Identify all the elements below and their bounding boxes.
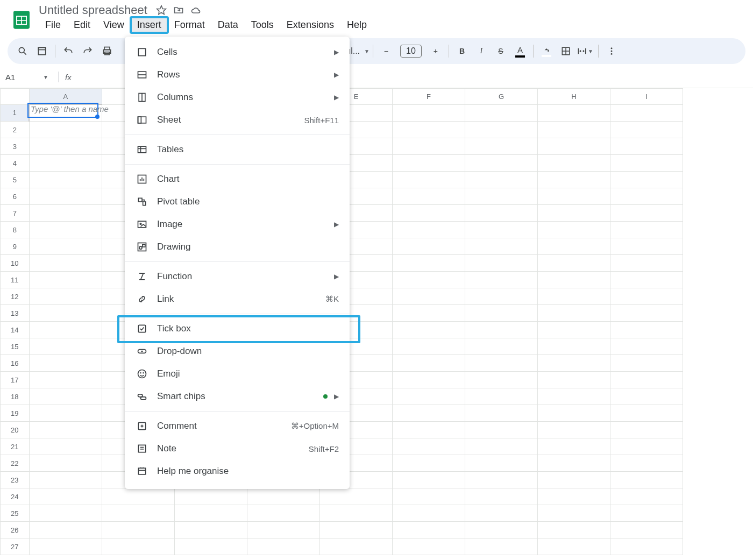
row-header[interactable]: 23 xyxy=(1,472,30,488)
insert-menu-tick-box[interactable]: Tick box xyxy=(125,317,350,340)
redo-icon[interactable] xyxy=(79,42,96,60)
cell[interactable] xyxy=(102,488,175,505)
column-header[interactable]: G xyxy=(465,89,538,105)
cell[interactable] xyxy=(610,422,683,438)
cell[interactable] xyxy=(175,522,247,538)
select-all-corner[interactable] xyxy=(1,89,30,105)
cell[interactable] xyxy=(538,205,610,222)
print-area-icon[interactable] xyxy=(33,42,51,60)
cell[interactable] xyxy=(465,205,538,222)
cell[interactable] xyxy=(610,272,683,288)
cell[interactable] xyxy=(610,538,683,555)
cell[interactable] xyxy=(465,488,538,505)
cell[interactable] xyxy=(247,538,320,555)
cell[interactable] xyxy=(538,405,610,422)
row-header[interactable]: 8 xyxy=(1,222,30,238)
cell[interactable] xyxy=(610,405,683,422)
cell[interactable] xyxy=(465,172,538,188)
cell[interactable] xyxy=(610,188,683,205)
row-header[interactable]: 16 xyxy=(1,355,30,372)
cell[interactable] xyxy=(102,505,175,522)
cell[interactable] xyxy=(29,472,102,488)
insert-menu-cells[interactable]: Cells▶ xyxy=(125,41,350,63)
cell[interactable] xyxy=(29,505,102,522)
insert-menu-link[interactable]: Link⌘K xyxy=(125,288,350,310)
row-header[interactable]: 1 xyxy=(1,104,30,122)
cell[interactable] xyxy=(538,538,610,555)
cell[interactable] xyxy=(393,155,465,172)
cell[interactable] xyxy=(175,538,247,555)
row-header[interactable]: 19 xyxy=(1,405,30,422)
cell[interactable] xyxy=(320,522,393,538)
cell[interactable] xyxy=(29,172,102,188)
cell[interactable] xyxy=(465,238,538,255)
row-header[interactable]: 17 xyxy=(1,372,30,388)
cell[interactable] xyxy=(538,322,610,338)
cell[interactable] xyxy=(29,305,102,322)
cell[interactable] xyxy=(29,338,102,355)
cell[interactable] xyxy=(393,188,465,205)
cell[interactable] xyxy=(465,372,538,388)
row-header[interactable]: 22 xyxy=(1,455,30,472)
row-header[interactable]: 18 xyxy=(1,388,30,405)
cell[interactable] xyxy=(320,505,393,522)
cell[interactable] xyxy=(393,405,465,422)
cell[interactable] xyxy=(465,288,538,305)
cell[interactable] xyxy=(393,138,465,155)
menu-data[interactable]: Data xyxy=(211,17,245,33)
spreadsheet-grid[interactable]: ABCDEFGHI1234567891011121314151617181920… xyxy=(0,88,753,555)
cell[interactable] xyxy=(610,288,683,305)
cell[interactable] xyxy=(465,355,538,372)
row-header[interactable]: 21 xyxy=(1,438,30,455)
cell[interactable] xyxy=(29,238,102,255)
cell[interactable] xyxy=(610,472,683,488)
cell[interactable] xyxy=(465,322,538,338)
cell[interactable] xyxy=(465,138,538,155)
cell[interactable] xyxy=(393,438,465,455)
cell[interactable] xyxy=(29,388,102,405)
cell[interactable] xyxy=(465,255,538,272)
cell[interactable] xyxy=(393,388,465,405)
row-header[interactable]: 26 xyxy=(1,522,30,538)
cell[interactable] xyxy=(29,455,102,472)
cell[interactable] xyxy=(393,122,465,138)
cell[interactable] xyxy=(465,155,538,172)
font-size-decrease-button[interactable]: − xyxy=(378,42,395,60)
cell[interactable] xyxy=(538,422,610,438)
cell[interactable] xyxy=(393,238,465,255)
insert-menu-emoji[interactable]: Emoji xyxy=(125,363,350,385)
bold-button[interactable]: B xyxy=(453,42,471,60)
cell[interactable] xyxy=(393,455,465,472)
italic-button[interactable]: I xyxy=(473,42,490,60)
cell[interactable] xyxy=(610,155,683,172)
cell[interactable] xyxy=(610,222,683,238)
row-header[interactable]: 4 xyxy=(1,155,30,172)
insert-menu-note[interactable]: NoteShift+F2 xyxy=(125,437,350,460)
more-tools-button[interactable] xyxy=(603,42,620,60)
cell[interactable] xyxy=(393,222,465,238)
undo-icon[interactable] xyxy=(60,42,77,60)
cell[interactable] xyxy=(538,522,610,538)
cell[interactable] xyxy=(29,355,102,372)
cell[interactable] xyxy=(393,538,465,555)
cell[interactable] xyxy=(538,104,610,122)
row-header[interactable]: 20 xyxy=(1,422,30,438)
cell[interactable] xyxy=(538,238,610,255)
cell[interactable] xyxy=(29,122,102,138)
cell[interactable] xyxy=(393,104,465,122)
cell[interactable] xyxy=(538,372,610,388)
insert-menu-smart-chips[interactable]: Smart chips▶ xyxy=(125,385,350,408)
borders-button[interactable] xyxy=(557,42,574,60)
text-color-button[interactable]: A xyxy=(512,42,529,60)
cell[interactable] xyxy=(465,438,538,455)
menu-file[interactable]: File xyxy=(39,17,67,33)
cell[interactable] xyxy=(320,488,393,505)
cell[interactable] xyxy=(538,272,610,288)
menu-edit[interactable]: Edit xyxy=(67,17,97,33)
cell[interactable] xyxy=(465,472,538,488)
cell[interactable] xyxy=(610,205,683,222)
cell[interactable] xyxy=(393,305,465,322)
cell[interactable] xyxy=(393,522,465,538)
cell[interactable] xyxy=(538,355,610,372)
cell[interactable] xyxy=(538,255,610,272)
